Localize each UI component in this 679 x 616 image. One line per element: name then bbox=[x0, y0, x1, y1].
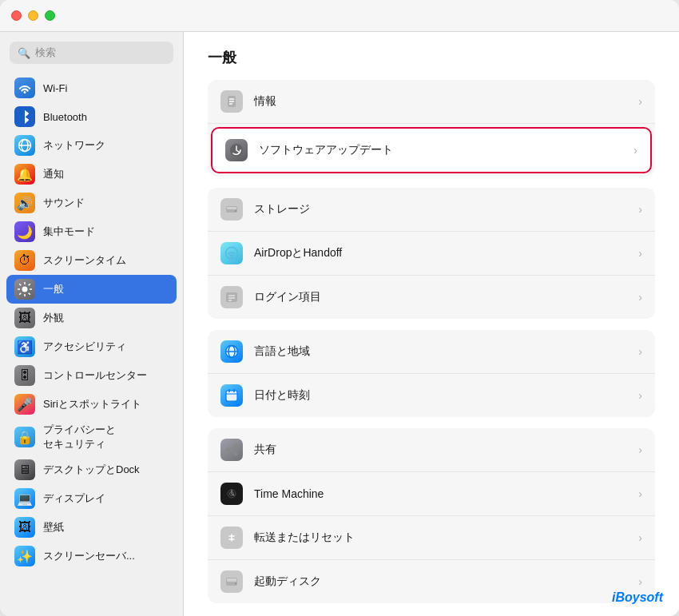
sidebar-item-label-appearance: 外観 bbox=[43, 311, 64, 325]
display-icon: 💻 bbox=[14, 488, 35, 509]
timemachine-row-icon bbox=[220, 483, 243, 505]
startup-row-chevron: › bbox=[638, 575, 642, 588]
sidebar-item-label-bluetooth: Bluetooth bbox=[43, 111, 87, 123]
svg-point-3 bbox=[22, 287, 28, 292]
airdrop-row-icon bbox=[220, 242, 243, 264]
login-row-icon bbox=[220, 286, 243, 308]
settings-group-4: 共有 › Time Machine › bbox=[208, 428, 655, 603]
sidebar-item-label-general: 一般 bbox=[43, 282, 64, 296]
sidebar-item-access[interactable]: ♿ アクセシビリティ bbox=[6, 332, 177, 361]
settings-row-storage[interactable]: ストレージ › bbox=[208, 188, 655, 232]
sidebar-item-appearance[interactable]: 🖼 外観 bbox=[6, 304, 177, 332]
sidebar-item-label-siri: Siriとスポットライト bbox=[43, 397, 141, 411]
svg-line-28 bbox=[228, 446, 236, 450]
settings-group-1: 情報 › ソフトウェアアップデート › bbox=[208, 80, 655, 177]
network-icon bbox=[14, 135, 35, 156]
settings-row-language[interactable]: 言語と地域 › bbox=[208, 330, 655, 374]
focus-icon: 🌙 bbox=[14, 221, 35, 242]
sidebar-item-label-desktop: デスクトップとDock bbox=[43, 463, 140, 477]
wifi-icon bbox=[14, 77, 35, 98]
settings-row-info[interactable]: 情報 › bbox=[208, 80, 655, 124]
main-window: 🔍 検索 Wi-Fi bbox=[0, 0, 679, 616]
control-icon: 🎛 bbox=[14, 365, 35, 386]
info-row-label: 情報 bbox=[254, 94, 627, 109]
timemachine-row-label: Time Machine bbox=[254, 487, 627, 500]
screensaver-icon: ✨ bbox=[14, 546, 35, 566]
sidebar-item-screen[interactable]: ⏱ スクリーンタイム bbox=[6, 246, 177, 275]
search-icon: 🔍 bbox=[18, 47, 30, 59]
content-area: 🔍 検索 Wi-Fi bbox=[0, 32, 679, 616]
update-row-icon bbox=[225, 139, 248, 161]
search-placeholder: 検索 bbox=[35, 46, 56, 60]
privacy-icon: 🔒 bbox=[14, 427, 35, 447]
iboysoft-watermark: iBoysoft bbox=[612, 590, 663, 605]
transfer-row-label: 転送またはリセット bbox=[254, 531, 627, 545]
update-row-chevron: › bbox=[633, 144, 637, 157]
language-row-chevron: › bbox=[638, 345, 642, 358]
sidebar-item-label-notify: 通知 bbox=[43, 167, 64, 181]
sidebar: 🔍 検索 Wi-Fi bbox=[0, 32, 184, 616]
sharing-row-chevron: › bbox=[638, 443, 642, 456]
sidebar-item-wifi[interactable]: Wi-Fi bbox=[6, 74, 177, 102]
close-button[interactable] bbox=[11, 10, 22, 21]
sidebar-item-siri[interactable]: 🎤 Siriとスポットライト bbox=[6, 390, 177, 419]
sidebar-item-display[interactable]: 💻 ディスプレイ bbox=[6, 484, 177, 513]
sidebar-item-privacy[interactable]: 🔒 プライバシーと セキュリティ bbox=[6, 419, 177, 455]
language-row-icon bbox=[220, 340, 243, 363]
settings-row-transfer[interactable]: 転送またはリセット › bbox=[208, 516, 655, 560]
sidebar-item-network[interactable]: ネットワーク bbox=[6, 131, 177, 160]
transfer-row-icon bbox=[220, 527, 243, 549]
bluetooth-icon bbox=[14, 106, 35, 127]
svg-rect-35 bbox=[227, 578, 236, 582]
login-row-label: ログイン項目 bbox=[254, 290, 627, 304]
svg-rect-10 bbox=[227, 207, 236, 209]
search-bar-container: 🔍 検索 bbox=[0, 32, 183, 70]
settings-row-timemachine[interactable]: Time Machine › bbox=[208, 472, 655, 516]
sidebar-item-wallpaper[interactable]: 🖼 壁紙 bbox=[6, 513, 177, 542]
sidebar-item-label-screen: スクリーンタイム bbox=[43, 253, 126, 268]
maximize-button[interactable] bbox=[45, 10, 55, 21]
sharing-row-icon bbox=[220, 439, 243, 461]
sidebar-item-focus[interactable]: 🌙 集中モード bbox=[6, 217, 177, 246]
startup-row-icon bbox=[220, 570, 243, 593]
minimize-button[interactable] bbox=[28, 10, 38, 21]
storage-row-label: ストレージ bbox=[254, 202, 627, 217]
settings-row-sharing[interactable]: 共有 › bbox=[208, 428, 655, 472]
sidebar-item-label-privacy: プライバシーと セキュリティ bbox=[43, 423, 116, 451]
settings-row-update[interactable]: ソフトウェアアップデート › bbox=[212, 129, 650, 172]
settings-row-startup[interactable]: 起動ディスク › bbox=[208, 560, 655, 603]
settings-row-airdrop[interactable]: AirDropとHandoff › bbox=[208, 232, 655, 276]
sidebar-item-label-access: アクセシビリティ bbox=[43, 340, 126, 354]
notify-icon: 🔔 bbox=[14, 164, 35, 185]
sidebar-item-screensaver[interactable]: ✨ スクリーンセーバ... bbox=[6, 542, 177, 570]
datetime-row-icon bbox=[220, 384, 243, 407]
transfer-row-chevron: › bbox=[638, 531, 642, 544]
main-area: 一般 情報 › bbox=[184, 32, 679, 616]
wallpaper-icon: 🖼 bbox=[14, 517, 35, 538]
siri-icon: 🎤 bbox=[14, 394, 35, 415]
settings-row-login[interactable]: ログイン項目 › bbox=[208, 276, 655, 319]
sidebar-item-notify[interactable]: 🔔 通知 bbox=[6, 160, 177, 189]
appearance-icon: 🖼 bbox=[14, 308, 35, 328]
sidebar-item-sound[interactable]: 🔊 サウンド bbox=[6, 189, 177, 217]
general-icon bbox=[14, 279, 35, 300]
search-input[interactable]: 🔍 検索 bbox=[10, 42, 173, 64]
storage-row-icon bbox=[220, 198, 243, 221]
settings-row-datetime[interactable]: 日付と時刻 › bbox=[208, 374, 655, 417]
login-row-chevron: › bbox=[638, 291, 642, 304]
language-row-label: 言語と地域 bbox=[254, 344, 627, 359]
sidebar-item-control[interactable]: 🎛 コントロールセンター bbox=[6, 361, 177, 390]
svg-point-11 bbox=[235, 210, 236, 212]
sidebar-item-bluetooth[interactable]: Bluetooth bbox=[6, 102, 177, 131]
sidebar-item-label-wallpaper: 壁紙 bbox=[43, 520, 64, 535]
sidebar-item-desktop[interactable]: 🖥 デスクトップとDock bbox=[6, 455, 177, 484]
sidebar-item-label-sound: サウンド bbox=[43, 196, 85, 210]
sidebar-item-general[interactable]: 一般 bbox=[6, 275, 177, 304]
sidebar-list: Wi-Fi Bluetooth bbox=[0, 70, 183, 616]
svg-point-36 bbox=[235, 583, 236, 585]
sidebar-item-label-control: コントロールセンター bbox=[43, 368, 147, 383]
storage-row-chevron: › bbox=[638, 203, 642, 216]
screen-icon: ⏱ bbox=[14, 250, 35, 271]
sidebar-item-label-display: ディスプレイ bbox=[43, 491, 105, 506]
sound-icon: 🔊 bbox=[14, 193, 35, 213]
